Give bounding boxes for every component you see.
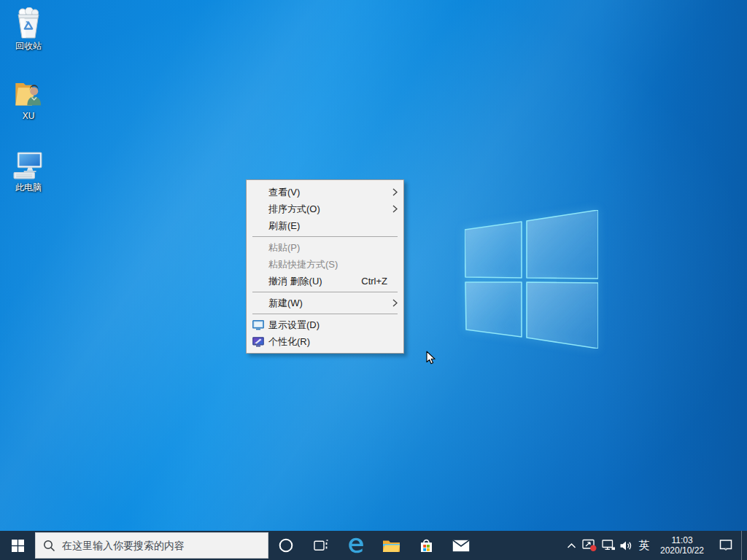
desktop[interactable]: 回收站 XU 此电脑 [0, 0, 747, 531]
desktop-icon-user-folder[interactable]: XU [1, 76, 56, 121]
taskbar-search-box[interactable] [35, 532, 268, 559]
tray-input-language-indicator[interactable]: 英 [635, 531, 654, 560]
microsoft-store-icon [419, 538, 434, 553]
clock-time: 11:03 [671, 535, 692, 545]
menu-item-sort-by[interactable]: 排序方式(O) [247, 201, 403, 217]
tray-network-button[interactable] [600, 531, 617, 560]
speaker-icon [619, 540, 632, 551]
tray-hidden-icons-button[interactable] [562, 531, 580, 560]
show-desktop-button[interactable] [741, 531, 747, 560]
action-center-icon [719, 539, 733, 552]
search-input[interactable] [62, 540, 260, 551]
menu-item-paste: 粘贴(P) [247, 239, 403, 256]
search-icon [43, 540, 55, 552]
taskbar-store-button[interactable] [409, 531, 444, 560]
task-view-icon [314, 540, 329, 552]
tray-app-notification-button[interactable] [580, 531, 600, 560]
submenu-chevron-icon [389, 188, 398, 196]
this-pc-icon [13, 150, 44, 181]
icon-label: XU [23, 111, 35, 121]
menu-item-view[interactable]: 查看(V) [247, 184, 403, 201]
taskbar-mail-button[interactable] [444, 531, 479, 560]
cortana-icon [278, 537, 294, 553]
submenu-chevron-icon [389, 299, 398, 307]
icon-label: 回收站 [15, 41, 42, 51]
file-explorer-icon [382, 538, 400, 553]
desktop-icon-this-pc[interactable]: 此电脑 [1, 147, 56, 192]
desktop-icon-recycle-bin[interactable]: 回收站 [1, 4, 56, 51]
desktop-context-menu: 查看(V) 排序方式(O) 刷新(E) 粘贴(P) 粘贴快捷方式(S) [246, 179, 404, 354]
user-folder-icon [13, 79, 44, 109]
taskbar-file-explorer-button[interactable] [374, 531, 409, 560]
windows-logo-wallpaper [465, 210, 598, 349]
app-with-badge-icon [582, 539, 597, 552]
windows-start-icon [12, 540, 24, 552]
taskbar-edge-button[interactable] [338, 531, 374, 560]
microsoft-edge-icon [347, 536, 365, 555]
clock-date: 2020/10/22 [660, 545, 704, 556]
recycle-bin-icon [15, 7, 42, 39]
mail-icon [452, 540, 470, 552]
shortcut-label: Ctrl+Z [361, 276, 387, 287]
menu-separator [252, 314, 398, 314]
taskbar-cortana-button[interactable] [268, 531, 303, 560]
mouse-cursor [426, 351, 436, 365]
menu-item-new[interactable]: 新建(W) [247, 295, 403, 311]
menu-item-personalize[interactable]: 个性化(R) [247, 333, 403, 350]
menu-item-paste-shortcut: 粘贴快捷方式(S) [247, 256, 403, 273]
taskbar: 英 11:03 2020/10/22 [0, 531, 747, 560]
menu-item-refresh[interactable]: 刷新(E) [247, 217, 403, 234]
start-button[interactable] [0, 531, 35, 560]
icon-label: 此电脑 [15, 182, 42, 192]
display-settings-icon [252, 320, 268, 330]
network-icon [602, 540, 616, 551]
personalization-icon [252, 337, 268, 347]
chevron-up-icon [567, 542, 576, 549]
tray-volume-button[interactable] [617, 531, 635, 560]
menu-item-undo-delete[interactable]: 撤消 删除(U) Ctrl+Z [247, 273, 403, 289]
menu-separator [252, 236, 398, 237]
menu-item-display-settings[interactable]: 显示设置(D) [247, 316, 403, 333]
taskbar-task-view-button[interactable] [303, 531, 338, 560]
tray-clock[interactable]: 11:03 2020/10/22 [654, 531, 711, 560]
action-center-button[interactable] [711, 531, 741, 560]
submenu-chevron-icon [389, 205, 398, 213]
menu-separator [252, 292, 398, 292]
